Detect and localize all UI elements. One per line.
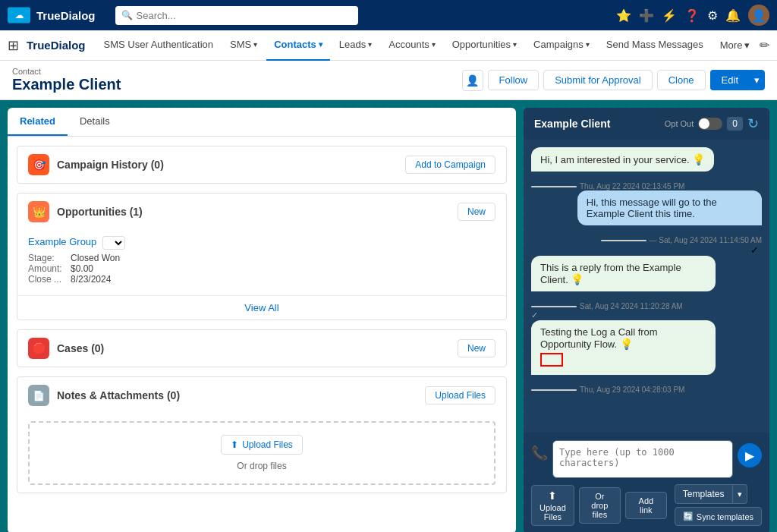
templates-button[interactable]: Templates bbox=[675, 484, 733, 504]
nav-brand: TrueDialog bbox=[27, 39, 86, 52]
nav-item-contacts[interactable]: Contacts ▾ bbox=[266, 30, 330, 61]
templates-row: Templates ▾ bbox=[675, 484, 762, 504]
nav-item-more[interactable]: More ▾ bbox=[713, 39, 758, 51]
opportunities-header: 👑 Opportunities (1) New bbox=[17, 194, 506, 230]
nav-item-sms-auth[interactable]: SMS User Authentication bbox=[96, 30, 222, 61]
follow-button[interactable]: Follow bbox=[488, 70, 539, 90]
emoji-1: 💡 bbox=[692, 153, 705, 165]
upload-files-chat-button[interactable]: ⬆ UploadFiles bbox=[531, 485, 574, 526]
or-drop-files-button[interactable]: Ordropfiles bbox=[579, 487, 621, 524]
msg-time-3: Sat, Aug 24 2024 11:20:28 AM bbox=[531, 302, 762, 310]
upload-files-header-button[interactable]: Upload Files bbox=[425, 386, 495, 405]
subheader-actions: 👤 Follow Submit for Approval Clone Edit … bbox=[462, 70, 765, 91]
nav-item-leads[interactable]: Leads ▾ bbox=[332, 30, 379, 61]
sync-templates-button[interactable]: 🔄 Sync templates bbox=[675, 507, 762, 526]
emoji-4: 💡 bbox=[620, 338, 633, 350]
opportunity-dropdown[interactable] bbox=[102, 236, 125, 250]
salesforce-logo: ☁ bbox=[8, 4, 30, 27]
chat-header: Example Client Opt Out 0 ↻ bbox=[524, 108, 769, 140]
sender-blurred-4 bbox=[531, 389, 577, 391]
msg-reaction-3: ✓ bbox=[531, 310, 762, 320]
nav-item-mass-messages[interactable]: Send Mass Messages bbox=[599, 30, 711, 61]
emoji-3: 💡 bbox=[571, 273, 584, 285]
stage-value: Closed Won bbox=[71, 253, 120, 263]
templates-arrow-button[interactable]: ▾ bbox=[733, 484, 747, 504]
star-icon[interactable]: ⭐ bbox=[616, 8, 631, 23]
upload-chat-icon: ⬆ bbox=[548, 490, 557, 502]
refresh-icon[interactable]: ↻ bbox=[747, 115, 759, 132]
add-link-button[interactable]: Addlink bbox=[625, 492, 667, 519]
nav-bar: ⊞ TrueDialog SMS User Authentication SMS… bbox=[0, 30, 777, 61]
chat-input[interactable] bbox=[552, 440, 733, 478]
message-2: Hi, this message will go to the Example … bbox=[531, 190, 762, 256]
view-all-row: View All bbox=[17, 295, 506, 320]
app-launcher-icon[interactable]: ⊞ bbox=[8, 37, 19, 54]
nav-item-opportunities[interactable]: Opportunities ▾ bbox=[445, 30, 524, 61]
chat-actions: ⬆ UploadFiles Ordropfiles Addlink Templa… bbox=[531, 484, 762, 526]
edit-split-button: Edit ▾ bbox=[710, 70, 765, 90]
notes-title: Notes & Attachments (0) bbox=[57, 389, 417, 401]
upload-files-button[interactable]: ⬆ Upload Files bbox=[221, 435, 303, 455]
add-to-campaign-button[interactable]: Add to Campaign bbox=[405, 156, 495, 174]
settings-icon[interactable]: ⚙ bbox=[707, 8, 718, 23]
opportunities-section: 👑 Opportunities (1) New Example Group St… bbox=[17, 193, 507, 320]
notes-header: 📄 Notes & Attachments (0) Upload Files bbox=[17, 377, 506, 414]
amount-value: $0.00 bbox=[71, 263, 93, 274]
avatar[interactable]: 👤 bbox=[748, 5, 769, 26]
notes-section: 📄 Notes & Attachments (0) Upload Files ⬆… bbox=[17, 376, 507, 493]
tab-related[interactable]: Related bbox=[8, 108, 68, 136]
help-icon[interactable]: ❓ bbox=[684, 8, 700, 23]
upload-area: ⬆ Upload Files Or drop files bbox=[28, 421, 495, 485]
sender-blurred-1 bbox=[531, 186, 577, 187]
nav-item-sms[interactable]: SMS ▾ bbox=[222, 30, 265, 61]
search-input[interactable] bbox=[115, 6, 358, 25]
nav-item-accounts[interactable]: Accounts ▾ bbox=[381, 30, 442, 61]
sender-blurred-3 bbox=[531, 306, 577, 307]
leads-chevron-icon: ▾ bbox=[368, 40, 372, 49]
opt-out-label: Opt Out bbox=[665, 119, 694, 128]
new-case-button[interactable]: New bbox=[458, 339, 495, 357]
outgoing-bubble-1: Hi, this message will go to the Example … bbox=[577, 190, 762, 225]
msg-time-4: Thu, Aug 29 2024 04:28:03 PM bbox=[531, 386, 762, 394]
notification-icon[interactable]: 🔔 bbox=[725, 8, 741, 23]
tab-details[interactable]: Details bbox=[68, 108, 122, 136]
opportunity-item: Example Group bbox=[28, 236, 495, 250]
edit-dropdown-arrow[interactable]: ▾ bbox=[749, 70, 765, 90]
opt-out-toggle[interactable] bbox=[698, 118, 722, 130]
sync-icon: 🔄 bbox=[683, 512, 694, 521]
lightning-icon[interactable]: ⚡ bbox=[662, 8, 677, 23]
subheader: Contact Example Client 👤 Follow Submit f… bbox=[0, 61, 777, 100]
person-icon: 👤 bbox=[466, 74, 479, 87]
submit-approval-button[interactable]: Submit for Approval bbox=[543, 70, 652, 90]
chat-panel: Example Client Opt Out 0 ↻ Hi, I am inte… bbox=[524, 108, 769, 532]
new-opportunity-button[interactable]: New bbox=[458, 203, 495, 221]
view-all-link[interactable]: View All bbox=[244, 302, 278, 313]
edit-button[interactable]: Edit bbox=[710, 70, 749, 90]
msg-time-2: — Sat, Aug 24 2024 11:14:50 AM bbox=[601, 236, 762, 244]
main-content: Related Details 🎯 Campaign History (0) A… bbox=[0, 100, 777, 532]
clone-button[interactable]: Clone bbox=[657, 70, 706, 90]
cases-section: 🛑 Cases (0) New bbox=[17, 329, 507, 367]
opp-nav-chevron-icon: ▾ bbox=[513, 40, 517, 49]
stage-label: Stage: bbox=[28, 253, 66, 263]
campaign-section: 🎯 Campaign History (0) Add to Campaign bbox=[17, 146, 507, 184]
chat-messages: Hi, I am interested in your service. 💡 T… bbox=[524, 140, 769, 433]
nav-item-campaigns[interactable]: Campaigns ▾ bbox=[526, 30, 597, 61]
nav-edit-icon[interactable]: ✏ bbox=[760, 38, 769, 52]
chat-contact-name: Example Client bbox=[534, 118, 665, 130]
svg-text:☁: ☁ bbox=[15, 11, 24, 20]
person-icon-button[interactable]: 👤 bbox=[462, 70, 483, 91]
opportunity-link[interactable]: Example Group bbox=[28, 236, 96, 247]
cases-icon: 🛑 bbox=[28, 338, 49, 359]
message-4: Testing the Log a Call from Opportunity … bbox=[531, 320, 762, 394]
chat-input-row: 📞 ▶ bbox=[531, 440, 762, 478]
add-icon[interactable]: ➕ bbox=[639, 8, 654, 23]
upload-icon: ⬆ bbox=[231, 439, 238, 450]
tabs: Related Details bbox=[8, 108, 516, 137]
more-chevron-icon: ▾ bbox=[744, 39, 750, 51]
search-bar[interactable]: 🔍 bbox=[115, 6, 358, 25]
sms-chevron-icon: ▾ bbox=[253, 40, 257, 49]
record-type-label: Contact bbox=[12, 67, 462, 76]
send-button[interactable]: ▶ bbox=[738, 443, 762, 467]
opportunity-body: Example Group Stage:Closed Won Amount:$0… bbox=[17, 230, 506, 295]
